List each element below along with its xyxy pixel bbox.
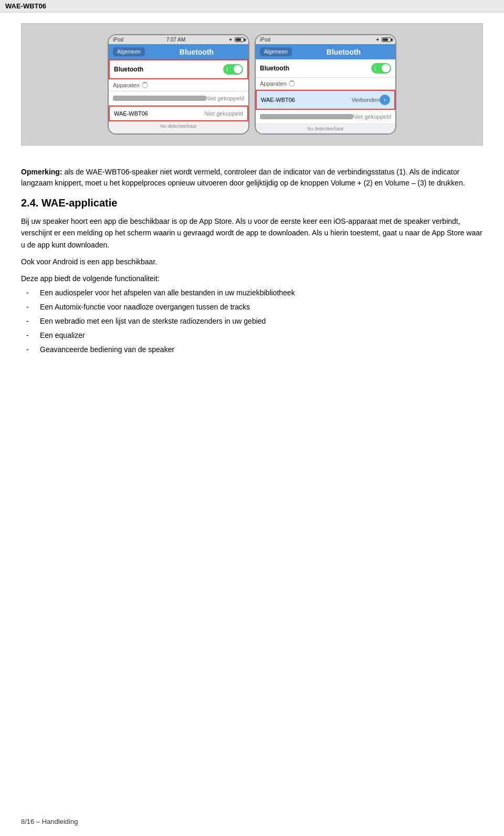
status-ipod-left: iPod: [113, 37, 123, 43]
toggle-on-text-left: I: [226, 67, 228, 73]
settings-content-left: Bluetooth I Apparaten Niet gekoppeld WAE…: [109, 59, 248, 131]
status-ipod-right: iPod: [260, 37, 270, 43]
opmerking-label: Opmerking:: [21, 168, 62, 176]
bluetooth-toggle-row-left[interactable]: Bluetooth I: [109, 59, 248, 79]
spinner-left: [142, 82, 148, 88]
bluetooth-status-icon-right: ✦: [375, 37, 380, 43]
list-item-2: - Een Automix-functie voor naadloze over…: [21, 302, 483, 313]
text-content: Opmerking: als de WAE-WBT06-speaker niet…: [21, 161, 483, 364]
chevron-btn-right[interactable]: ›: [380, 95, 390, 105]
device-row-2-right[interactable]: Niet gekoppeld: [256, 110, 395, 124]
page-footer: 8/16 – Handleiding: [21, 818, 78, 825]
list-item-1: - Een audiospeler voor het afspelen van …: [21, 287, 483, 298]
list-item-3: - Een webradio met een lijst van de ster…: [21, 316, 483, 327]
content-wrapper: iPod 7:07 AM ✦ Algemeen Bluetooth Blueto…: [0, 13, 504, 385]
status-bar-right: iPod ✦: [256, 35, 395, 44]
bluetooth-label-left: Bluetooth: [114, 66, 220, 73]
device-row-1-left[interactable]: Niet gekoppeld: [109, 91, 248, 106]
footer-text: 8/16 – Handleiding: [21, 818, 78, 825]
feature-list: - Een audiospeler voor het afspelen van …: [21, 287, 483, 355]
list-item-5: - Geavanceerde bediening van de speaker: [21, 344, 483, 355]
status-time-right: [322, 37, 324, 43]
device-status-1-right: Verbonden: [352, 97, 380, 103]
feature-text-5: Geavanceerde bediening van de speaker: [40, 344, 174, 355]
nav-title-left: Bluetooth: [149, 48, 244, 56]
apparaten-label-left: Apparaten: [113, 82, 140, 88]
list-item-4: - Een equalizer: [21, 330, 483, 341]
nav-title-right: Bluetooth: [296, 48, 391, 56]
apparaten-row-right: Apparaten: [256, 78, 395, 90]
nu-detecteerbaar-left: Nu detecteerbaar: [109, 121, 248, 131]
nav-bar-left: Algemeen Bluetooth: [109, 44, 248, 59]
battery-icon-right: [382, 37, 391, 42]
iphone-left: iPod 7:07 AM ✦ Algemeen Bluetooth Blueto…: [108, 34, 249, 135]
device-row-1-right[interactable]: WAE-WBT06 Verbonden ›: [256, 90, 395, 110]
page-title-bar: WAE-WBT06: [0, 0, 504, 13]
screenshots-container: iPod 7:07 AM ✦ Algemeen Bluetooth Blueto…: [21, 23, 483, 146]
status-bar-left: iPod 7:07 AM ✦: [109, 35, 248, 44]
status-icons-right: ✦: [375, 37, 391, 43]
toggle-on-text-right: I: [374, 66, 376, 71]
back-btn-left[interactable]: Algemeen: [113, 47, 145, 56]
device-status-2-right: Niet gekoppeld: [353, 113, 391, 120]
device-status-1-left: Niet gekoppeld: [206, 95, 244, 101]
feature-text-4: Een equalizer: [40, 330, 85, 341]
dash-3: -: [26, 316, 32, 327]
status-icons-left: ✦: [228, 37, 244, 43]
device-name-blurred-right: [260, 114, 353, 119]
bluetooth-toggle-row-right[interactable]: Bluetooth I: [256, 59, 395, 78]
iphone-right: iPod ✦ Algemeen Bluetooth Bluetooth I: [255, 34, 396, 135]
dash-4: -: [26, 330, 32, 341]
dash-5: -: [26, 344, 32, 355]
battery-icon-left: [235, 37, 244, 42]
device-name-2-left: WAE-WBT06: [114, 110, 205, 117]
bluetooth-label-right: Bluetooth: [260, 65, 368, 72]
apparaten-label-right: Apparaten: [260, 80, 287, 87]
spinner-right: [289, 80, 295, 87]
device-status-2-left: Niet gekoppeld: [205, 110, 243, 117]
section-title: WAE-applicatie: [41, 197, 117, 209]
section-heading: 2.4. WAE-applicatie: [21, 197, 483, 209]
dash-1: -: [26, 287, 32, 298]
bluetooth-status-icon-left: ✦: [228, 37, 233, 43]
nu-detecteerbaar-right: Nu detecteerbaar: [256, 124, 395, 133]
back-btn-right[interactable]: Algemeen: [260, 47, 292, 56]
body-para-1: Bij uw speaker hoort een app die beschik…: [21, 215, 483, 251]
opmerking-paragraph: Opmerking: als de WAE-WBT06-speaker niet…: [21, 167, 483, 189]
dash-2: -: [26, 302, 32, 313]
device-name-blurred-left: [113, 96, 206, 101]
list-section-title: Deze app biedt de volgende functionalite…: [21, 273, 483, 284]
settings-content-right: Bluetooth I Apparaten WAE-WBT06 Verbonde…: [256, 59, 395, 133]
device-name-1-right: WAE-WBT06: [261, 97, 352, 103]
section-number: 2.4.: [21, 197, 38, 209]
bluetooth-toggle-right[interactable]: I: [371, 63, 391, 74]
apparaten-row-left: Apparaten: [109, 79, 248, 91]
device-row-2-left[interactable]: WAE-WBT06 Niet gekoppeld: [109, 106, 248, 121]
page-title: WAE-WBT06: [5, 2, 46, 10]
feature-text-2: Een Automix-functie voor naadloze overga…: [40, 302, 250, 313]
status-time-left: 7:07 AM: [166, 37, 186, 43]
feature-text-1: Een audiospeler voor het afspelen van al…: [40, 287, 295, 298]
body-para-2: Ook voor Android is een app beschikbaar.: [21, 256, 483, 267]
nav-bar-right: Algemeen Bluetooth: [256, 44, 395, 59]
bluetooth-toggle-left[interactable]: I: [223, 64, 243, 75]
feature-text-3: Een webradio met een lijst van de sterks…: [40, 316, 266, 327]
opmerking-body: als de WAE-WBT06-speaker niet wordt verm…: [21, 168, 465, 187]
